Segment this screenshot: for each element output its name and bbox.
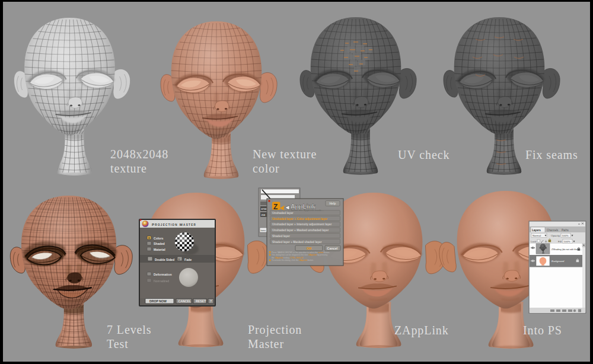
svg-text:This dialog box can be skipped: This dialog box can be skipped in the ne… <box>272 254 327 256</box>
svg-text:Double Sided: Double Sided <box>155 258 174 261</box>
svg-text:ZShading (do not edit the la..: ZShading (do not edit the la... <box>551 248 582 251</box>
svg-text:Fill:: Fill: <box>558 240 562 243</box>
svg-text:100%: 100% <box>564 240 570 243</box>
svg-text:Lock:: Lock: <box>531 240 537 243</box>
svg-text:100%: 100% <box>562 234 569 237</box>
svg-text:Help: Help <box>330 202 336 205</box>
svg-text:color: color <box>253 162 280 175</box>
svg-text:texture: texture <box>110 162 147 175</box>
svg-text:Paths: Paths <box>562 229 569 232</box>
svg-text:Unshaded layer + Masked unshad: Unshaded layer + Masked unshaded layer <box>272 229 329 232</box>
svg-text:Opacity:: Opacity: <box>551 234 560 237</box>
svg-text:Select the AppLink mode...: Select the AppLink mode... <box>291 209 324 212</box>
svg-text:Into PS: Into PS <box>523 324 562 337</box>
svg-text:Fade: Fade <box>184 258 192 261</box>
svg-text:?: ? <box>210 299 212 303</box>
svg-text:DROP NOW: DROP NOW <box>149 299 167 303</box>
svg-text:Normal: Normal <box>533 234 541 237</box>
svg-text:Shaded: Shaded <box>154 242 165 245</box>
svg-text:Deformation: Deformation <box>154 273 172 276</box>
svg-text:Channels: Channels <box>547 229 559 232</box>
svg-text:Background: Background <box>551 260 565 263</box>
svg-text:204: 204 <box>262 213 266 216</box>
svg-text:Material: Material <box>154 248 165 251</box>
svg-text:Cancel: Cancel <box>327 247 338 250</box>
svg-text:2048x2048: 2048x2048 <box>110 148 168 161</box>
svg-text:x: x <box>178 257 180 261</box>
svg-text:Unshaded layer: Unshaded layer <box>272 212 294 215</box>
svg-text:tions: tions <box>261 229 266 232</box>
svg-text:Shaded layer: Shaded layer <box>272 235 290 238</box>
svg-text:UV check: UV check <box>398 148 449 161</box>
svg-text:7 Levels: 7 Levels <box>107 323 152 336</box>
svg-text:Test: Test <box>107 337 129 350</box>
svg-text:Layers: Layers <box>532 229 541 232</box>
svg-text:ZAppLink: ZAppLink <box>394 324 449 337</box>
svg-text:Unshaded layer + Color adjustm: Unshaded layer + Color adjustment layer <box>272 218 327 221</box>
svg-text:Normalized: Normalized <box>154 279 169 283</box>
svg-text:x: x <box>148 236 150 240</box>
svg-text:New texture: New texture <box>253 148 317 161</box>
svg-text:CANCEL: CANCEL <box>178 299 192 303</box>
svg-text:OK: OK <box>307 247 313 250</box>
svg-text:Projection: Projection <box>248 323 302 337</box>
svg-text:Fix seams: Fix seams <box>525 148 578 161</box>
svg-text:Master: Master <box>248 337 284 350</box>
svg-text:PROJECTION MASTER: PROJECTION MASTER <box>152 223 196 226</box>
svg-text:Press TAB/ESC/ENTER or the spa: Press TAB/ESC/ENTER or the spacebar to s… <box>272 251 330 254</box>
svg-text:the ZAppLink hotkey CTRL+Shift: the ZAppLink hotkey CTRL+Shift+W. <box>272 257 304 259</box>
svg-text:Colors: Colors <box>154 237 164 240</box>
svg-text:RESET: RESET <box>196 299 206 303</box>
svg-text:Z: Z <box>273 203 278 211</box>
svg-text:To activate this dialog, click: To activate this dialog, click the ZAppL… <box>272 259 314 261</box>
svg-text:Shaded layer + Masked shaded l: Shaded layer + Masked shaded layer <box>272 241 322 244</box>
svg-text:Unshaded layer + Intensity adj: Unshaded layer + Intensity adjustment la… <box>272 223 332 226</box>
svg-text:8758: 8758 <box>262 207 267 210</box>
